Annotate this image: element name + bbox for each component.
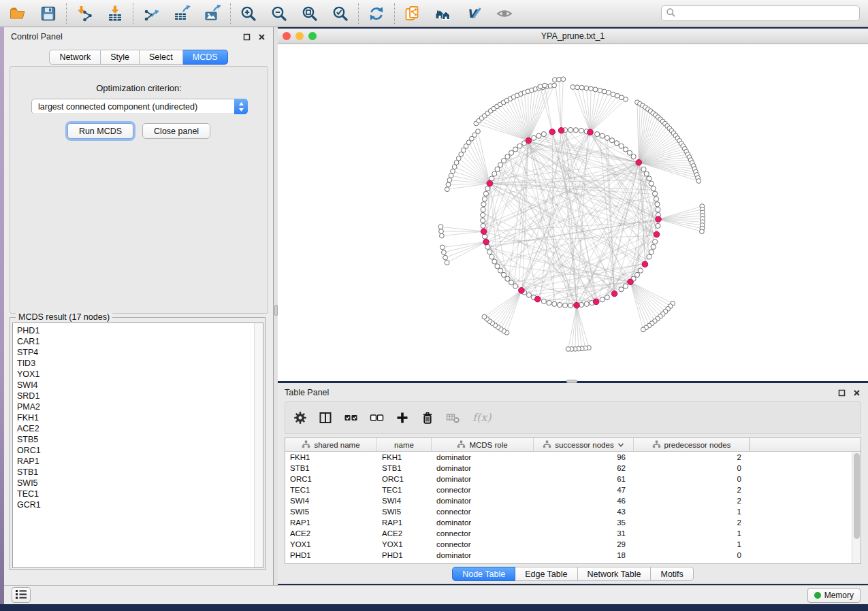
table-cell[interactable]: ACE2	[285, 529, 377, 538]
table-cell[interactable]: STB1	[377, 464, 432, 472]
list-item[interactable]: YOX1	[17, 369, 254, 380]
double-house-icon[interactable]	[434, 4, 453, 23]
zoom-selected-icon[interactable]	[331, 4, 350, 23]
list-item[interactable]: CAR1	[17, 336, 254, 347]
table-cell[interactable]: dominator	[432, 453, 534, 461]
table-cell[interactable]: 31	[534, 529, 634, 538]
select-all-checkboxes-icon[interactable]	[344, 410, 358, 426]
table-cell[interactable]: connector	[432, 540, 534, 548]
table-cell[interactable]: 62	[534, 464, 634, 472]
table-cell[interactable]: 1	[634, 540, 750, 548]
table-cell[interactable]: FKH1	[285, 453, 377, 461]
table-cell[interactable]: dominator	[432, 464, 534, 472]
import-table-icon[interactable]	[106, 4, 125, 23]
table-cell[interactable]: 2	[634, 518, 750, 527]
table-cell[interactable]: YOX1	[377, 540, 432, 548]
table-row[interactable]: SWI5SWI5connector431	[285, 506, 861, 517]
list-item[interactable]: RAP1	[17, 456, 254, 467]
table-cell[interactable]: FKH1	[377, 453, 432, 461]
list-item[interactable]: ORC1	[17, 445, 254, 456]
table-row[interactable]: YOX1YOX1connector291	[285, 539, 861, 550]
table-row[interactable]: RAP1RAP1dominator352	[285, 517, 861, 528]
table-scrollbar-thumb[interactable]	[854, 453, 860, 539]
list-item[interactable]: SWI4	[17, 380, 254, 391]
column-header-name[interactable]: name	[377, 438, 432, 451]
table-cell[interactable]: 0	[634, 464, 750, 472]
table-cell[interactable]: connector	[432, 508, 534, 516]
table-cell[interactable]: SWI5	[377, 508, 432, 516]
list-item[interactable]: ACE2	[17, 423, 254, 434]
table-row[interactable]: STB1STB1dominator620	[285, 463, 861, 474]
close-panel-icon[interactable]	[257, 32, 266, 42]
table-scrollbar[interactable]	[852, 452, 861, 563]
letter-v-pen-icon[interactable]: V	[464, 4, 483, 23]
list-item[interactable]: PHD1	[17, 325, 254, 336]
zoom-in-icon[interactable]	[239, 4, 258, 23]
horizontal-splitter-grip[interactable]	[566, 380, 577, 383]
table-cell[interactable]: 43	[534, 508, 634, 516]
deselect-all-checkboxes-icon[interactable]	[370, 410, 384, 426]
tab-style[interactable]: Style	[101, 50, 140, 65]
table-cell[interactable]: dominator	[432, 497, 534, 505]
column-header-MCDS-role[interactable]: MCDS role	[432, 438, 534, 451]
table-row[interactable]: TEC1TEC1connector472	[285, 484, 861, 495]
floppy-save-icon[interactable]	[39, 4, 58, 23]
float-table-panel-icon[interactable]	[837, 388, 846, 397]
search-input[interactable]	[678, 9, 855, 18]
table-row[interactable]: PHD1PHD1dominator180	[285, 550, 861, 561]
export-table-icon[interactable]	[172, 4, 191, 23]
table-cell[interactable]: 61	[534, 475, 634, 483]
list-item[interactable]: SRD1	[17, 391, 254, 401]
tab-edge-table[interactable]: Edge Table	[515, 567, 577, 581]
zoom-fit-icon[interactable]	[300, 4, 319, 23]
table-cell[interactable]: ORC1	[285, 475, 377, 483]
table-row[interactable]: SWI4SWI4dominator462	[285, 495, 861, 506]
splitter-grip[interactable]	[274, 305, 278, 316]
network-window-titlebar[interactable]: YPA_prune.txt_1	[278, 29, 868, 44]
table-cell[interactable]: 1	[634, 508, 750, 516]
import-network-icon[interactable]	[75, 4, 94, 23]
table-cell[interactable]: SWI5	[285, 508, 377, 516]
tab-node-table[interactable]: Node Table	[452, 567, 515, 581]
eye-icon[interactable]	[495, 4, 514, 23]
tab-select[interactable]: Select	[140, 50, 183, 65]
tab-network-table[interactable]: Network Table	[578, 567, 652, 581]
network-canvas[interactable]	[278, 44, 868, 381]
export-network-icon[interactable]	[142, 4, 161, 23]
table-cell[interactable]: 1	[634, 529, 750, 538]
table-cell[interactable]: TEC1	[285, 486, 377, 494]
table-cell[interactable]: YOX1	[285, 540, 377, 548]
table-cell[interactable]: 35	[534, 518, 634, 527]
table-cell[interactable]: PHD1	[285, 551, 377, 559]
table-cell[interactable]: 18	[534, 551, 634, 559]
table-cell[interactable]: connector	[432, 529, 534, 538]
tab-motifs[interactable]: Motifs	[651, 567, 693, 581]
table-cell[interactable]: dominator	[432, 518, 534, 527]
list-item[interactable]: STP4	[17, 347, 254, 358]
list-item[interactable]: PMA2	[17, 401, 254, 412]
list-item[interactable]: TID3	[17, 358, 254, 369]
refresh-icon[interactable]	[367, 4, 386, 23]
table-row[interactable]: ACE2ACE2connector311	[285, 528, 861, 539]
run-mcds-button[interactable]: Run MCDS	[67, 123, 133, 139]
table-cell[interactable]: 2	[634, 497, 750, 505]
table-cell[interactable]: SWI4	[377, 497, 432, 505]
table-cell[interactable]: 96	[534, 453, 634, 461]
table-cell[interactable]: dominator	[432, 551, 534, 559]
table-cell[interactable]: 2	[634, 453, 750, 461]
split-panel-icon[interactable]	[319, 410, 332, 426]
tab-network[interactable]: Network	[49, 50, 101, 65]
list-item[interactable]: STB5	[17, 434, 254, 445]
table-cell[interactable]: 29	[534, 540, 634, 548]
close-table-panel-icon[interactable]	[852, 388, 861, 397]
table-cell[interactable]: 0	[634, 475, 750, 483]
close-panel-button[interactable]: Close panel	[142, 123, 210, 139]
tab-mcds[interactable]: MCDS	[183, 50, 228, 65]
table-cell[interactable]: 46	[534, 497, 634, 505]
table-cell[interactable]: connector	[432, 486, 534, 494]
float-panel-icon[interactable]	[242, 32, 251, 42]
column-header-shared-name[interactable]: shared name	[285, 438, 377, 451]
search-box[interactable]	[661, 5, 860, 21]
table-cell[interactable]: STB1	[285, 464, 377, 472]
table-cell[interactable]: RAP1	[377, 518, 432, 527]
